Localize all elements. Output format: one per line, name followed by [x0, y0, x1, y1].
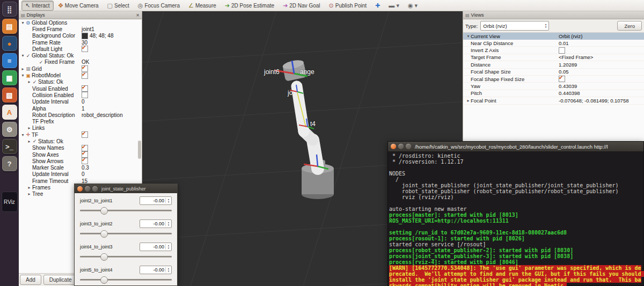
checkbox[interactable]: [559, 76, 565, 82]
focus-camera-tool-button[interactable]: ◎Focus Camera: [134, 1, 184, 11]
add-tool-button[interactable]: ✚: [371, 1, 384, 11]
displays-tree-row[interactable]: Background Color48; 48; 48: [19, 33, 142, 39]
right-arrow-icon[interactable]: ▸: [27, 79, 32, 84]
down-arrow-icon[interactable]: ▾: [20, 133, 25, 137]
checkbox[interactable]: [82, 85, 88, 92]
displays-tree-row[interactable]: ▸✓Status: Ok: [19, 79, 142, 85]
views-row[interactable]: Pitch0.440398: [463, 90, 644, 97]
dash-home-icon[interactable]: ⣿: [2, 2, 17, 17]
displays-tree-row[interactable]: Show Axes: [19, 151, 142, 158]
right-arrow-icon[interactable]: ▸: [27, 185, 32, 190]
displays-tree-row[interactable]: Collision Enabled: [19, 92, 142, 98]
firefox-icon[interactable]: ●: [2, 36, 17, 51]
checkbox[interactable]: [82, 46, 88, 52]
slider-handle[interactable]: [100, 207, 108, 215]
file-manager-icon[interactable]: ▤: [2, 19, 17, 34]
checkbox[interactable]: [82, 72, 88, 79]
system-settings-icon[interactable]: ⚙: [2, 122, 17, 137]
measure-tool-button[interactable]: ∠Measure: [185, 1, 220, 11]
displays-tree-row[interactable]: Show Names: [19, 145, 142, 151]
maximize-window-icon[interactable]: [406, 144, 411, 149]
remove-tool-button[interactable]: ▬ ▾: [385, 1, 403, 11]
displays-tree-row[interactable]: Frame Rate30: [19, 39, 142, 46]
publish-point-tool-button[interactable]: ⊙Publish Point: [325, 1, 371, 11]
views-row[interactable]: Distance1.20289: [463, 61, 644, 68]
joint-value-spinbox[interactable]: -0.00▴▾: [140, 219, 172, 228]
views-panel-header[interactable]: ▤ Views: [463, 11, 644, 19]
down-arrow-icon[interactable]: ▾: [20, 53, 25, 58]
spinbox-arrows-icon[interactable]: ▴▾: [165, 198, 171, 203]
displays-tree-row[interactable]: Show Arrows: [19, 158, 142, 164]
checkbox[interactable]: [82, 158, 88, 164]
down-arrow-icon[interactable]: ▾: [20, 73, 25, 78]
spinbox-arrows-icon[interactable]: ▴▾: [165, 221, 171, 226]
slider-handle[interactable]: [100, 253, 108, 261]
close-window-icon[interactable]: [391, 144, 396, 149]
displays-tree-row[interactable]: Update Interval0: [19, 99, 142, 105]
current-view-header-row[interactable]: ▾ Current View Orbit (rviz): [463, 33, 644, 40]
displays-tree-row[interactable]: TF Prefix: [19, 118, 142, 124]
libreoffice-impress-icon[interactable]: ▧: [2, 87, 17, 102]
terminal-output[interactable]: * /rosdistro: kinetic * /rosversion: 1.1…: [388, 151, 643, 286]
displays-tree-row[interactable]: ▾▣RobotModel: [19, 72, 142, 78]
nav-goal-tool-button[interactable]: ➜2D Nav Goal: [279, 1, 324, 11]
rviz-launcher-icon[interactable]: RViz: [2, 192, 18, 212]
joint-slider[interactable]: [80, 206, 172, 215]
slider-handle[interactable]: [100, 230, 108, 238]
down-arrow-icon[interactable]: ▾: [20, 20, 25, 25]
displays-tree-row[interactable]: ▸▦Grid: [19, 65, 142, 72]
displays-tree-row[interactable]: ▸✓Status: Ok: [19, 138, 142, 144]
displays-tree-row[interactable]: ✓Fixed FrameOK: [19, 59, 142, 65]
displays-tree-row[interactable]: Update Interval0: [19, 171, 142, 178]
views-row[interactable]: Yaw0.43039: [463, 83, 644, 90]
tool-visibility-button[interactable]: ◉ ▾: [404, 1, 421, 11]
views-row[interactable]: Focal Shape Size0.05: [463, 69, 644, 76]
displays-tree-row[interactable]: Visual Enabled: [19, 85, 142, 92]
displays-tree-row[interactable]: ▸Links: [19, 125, 142, 131]
joint-value-spinbox[interactable]: -0.00▴▾: [140, 266, 172, 274]
displays-tree-row[interactable]: Fixed Framejoint1: [19, 26, 142, 32]
zero-view-button[interactable]: Zero: [617, 21, 642, 31]
view-type-combobox[interactable]: Orbit (rviz) ▴▾: [480, 21, 549, 31]
checkbox[interactable]: [559, 47, 565, 54]
joint-slider[interactable]: [80, 275, 172, 284]
views-row[interactable]: Near Clip Distance0.01: [463, 40, 644, 47]
displays-tree-row[interactable]: ▾◍Global Options: [19, 19, 142, 26]
displays-tree-row[interactable]: Marker Scale0.3: [19, 165, 142, 171]
duplicate-display-button[interactable]: Duplicate: [43, 275, 78, 285]
right-arrow-icon[interactable]: ▸: [27, 192, 32, 196]
views-row[interactable]: ▸Focal Point-0.070648; -0.081499; 0.1075…: [463, 97, 644, 104]
right-arrow-icon[interactable]: ▸: [27, 126, 32, 130]
slider-handle[interactable]: [100, 276, 108, 284]
displays-tree-row[interactable]: Default Light: [19, 46, 142, 52]
minimize-window-icon[interactable]: [398, 144, 404, 149]
move-camera-tool-button[interactable]: ✥Move Camera: [55, 1, 103, 11]
views-row[interactable]: Focal Shape Fixed Size: [463, 76, 644, 83]
terminal-titlebar[interactable]: /home/h/catkin_ws/src/mycobot_ros/mycobo…: [388, 142, 643, 151]
interact-tool-button[interactable]: ↖Interact: [21, 1, 54, 11]
views-row[interactable]: Target Frame<Fixed Frame>: [463, 54, 644, 61]
right-arrow-icon[interactable]: ▸: [27, 139, 32, 144]
libreoffice-calc-icon[interactable]: ▦: [2, 70, 17, 85]
joint-value-spinbox[interactable]: -0.00▴▾: [140, 196, 172, 205]
displays-tree-row[interactable]: Robot Descriptionrobot_description: [19, 112, 142, 118]
displays-tree-row[interactable]: Alpha1: [19, 105, 142, 112]
add-display-button[interactable]: Add: [20, 275, 41, 285]
down-arrow-icon[interactable]: ▾: [466, 34, 471, 39]
select-tool-button[interactable]: ▢Select: [104, 1, 133, 11]
terminal-launcher-icon[interactable]: >_: [2, 139, 17, 154]
right-arrow-icon[interactable]: ▸: [466, 98, 471, 103]
joint-slider[interactable]: [80, 252, 172, 261]
right-arrow-icon[interactable]: ▸: [20, 67, 25, 71]
pose-estimate-tool-button[interactable]: ➜2D Pose Estimate: [221, 1, 278, 11]
displays-tree-row[interactable]: ▾✛TF: [19, 131, 142, 138]
close-icon[interactable]: ✕: [136, 13, 140, 18]
displays-panel-header[interactable]: ▤ Displays ✕: [19, 11, 142, 19]
checkbox[interactable]: [82, 92, 88, 98]
color-swatch[interactable]: [82, 33, 88, 39]
jsp-titlebar[interactable]: joint_state_publisher: [75, 184, 177, 193]
minimize-window-icon[interactable]: [85, 186, 90, 192]
close-window-icon[interactable]: [77, 186, 83, 192]
software-center-icon[interactable]: A: [2, 105, 17, 120]
spinbox-arrows-icon[interactable]: ▴▾: [165, 267, 171, 273]
